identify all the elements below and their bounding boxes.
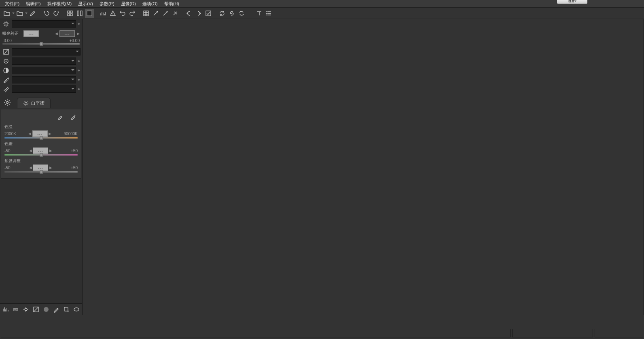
preset-adjust-slider[interactable] xyxy=(4,171,78,173)
brush-button[interactable] xyxy=(28,9,37,18)
slider-thumb[interactable] xyxy=(40,170,42,174)
open-folder-dropdown[interactable] xyxy=(12,11,15,15)
menu-edit[interactable]: 编辑(E) xyxy=(23,0,44,8)
grid-columns-button[interactable] xyxy=(75,9,84,18)
open-folder2-button[interactable] xyxy=(15,9,24,18)
menu-bar: 文件(F) 编辑(E) 操作模式(M) 显示(V) 参数(P) 显像(D) 选项… xyxy=(0,0,644,8)
undo-button[interactable] xyxy=(42,9,51,18)
heal-button[interactable] xyxy=(171,9,180,18)
tint-inc[interactable]: ▶ xyxy=(49,148,52,154)
sharpness-reset[interactable] xyxy=(77,60,80,63)
color-tab-button[interactable] xyxy=(42,305,51,314)
histogram-button[interactable] xyxy=(99,9,108,18)
target-icon xyxy=(2,57,11,66)
contrast-select[interactable] xyxy=(12,67,76,74)
tab-white-balance[interactable]: 白平衡 xyxy=(17,98,51,108)
sharpness-select[interactable] xyxy=(12,58,76,65)
open-folder2-dropdown[interactable] xyxy=(25,11,28,15)
wand-button[interactable] xyxy=(151,9,160,18)
exposure-value-1[interactable]: --- xyxy=(23,30,39,37)
lens-tab-button[interactable] xyxy=(72,305,80,314)
open-folder-button[interactable] xyxy=(2,9,11,18)
redo-button[interactable] xyxy=(52,9,61,18)
tone-select[interactable] xyxy=(12,48,80,55)
temperature-slider[interactable] xyxy=(4,137,78,139)
slider-thumb[interactable] xyxy=(40,136,42,140)
text-tool-button[interactable] xyxy=(255,9,264,18)
menu-help[interactable]: 帮助(H) xyxy=(161,0,182,8)
menu-file[interactable]: 文件(F) xyxy=(2,0,23,8)
crop-tab-button[interactable] xyxy=(62,305,70,314)
wb-auto-button[interactable] xyxy=(69,113,78,122)
sync-button[interactable] xyxy=(237,9,246,18)
temperature-label: 色温 xyxy=(4,124,78,130)
tone-tab-button[interactable] xyxy=(32,305,40,314)
grid-overlay-button[interactable] xyxy=(142,9,150,18)
contrast-icon xyxy=(2,66,11,75)
edit-tab-button[interactable] xyxy=(52,305,60,314)
wb-pick-button[interactable] xyxy=(56,113,65,122)
svg-point-26 xyxy=(74,308,79,311)
menu-image[interactable]: 显像(D) xyxy=(118,0,139,8)
svg-rect-4 xyxy=(77,11,79,16)
menu-mode[interactable]: 操作模式(M) xyxy=(44,0,75,8)
picker-row xyxy=(0,75,82,84)
rotate-right-button[interactable] xyxy=(128,9,137,18)
next-button[interactable] xyxy=(194,9,203,18)
tab-title: 白平衡 xyxy=(31,100,44,106)
svg-point-12 xyxy=(266,13,267,14)
tint-dec[interactable]: ◀ xyxy=(29,148,32,154)
picker-select[interactable] xyxy=(12,76,76,83)
svg-point-17 xyxy=(6,60,7,62)
light-tab-button[interactable] xyxy=(22,305,30,314)
main-area: 曝光补正 --- ◀ --- ▶ -3.00 +3.00 xyxy=(0,19,644,315)
temperature-inc[interactable]: ▶ xyxy=(49,131,52,136)
svg-point-19 xyxy=(6,101,8,103)
svg-rect-2 xyxy=(68,14,70,16)
svg-point-7 xyxy=(112,15,113,15)
brush-select[interactable] xyxy=(12,85,76,93)
wand2-button[interactable] xyxy=(161,9,170,18)
panel-settings-icon[interactable] xyxy=(3,98,11,107)
svg-point-13 xyxy=(266,15,267,15)
preset-reset-1[interactable] xyxy=(77,22,80,26)
rotate-left-button[interactable] xyxy=(118,9,127,18)
preset-select-1[interactable] xyxy=(12,20,76,28)
slider-thumb[interactable] xyxy=(40,42,42,46)
preset-adjust-inc[interactable]: ▶ xyxy=(49,165,52,171)
link-button[interactable] xyxy=(227,9,236,18)
exposure-control: 曝光补正 --- ◀ --- ▶ -3.00 +3.00 xyxy=(0,28,82,45)
exposure-slider[interactable] xyxy=(2,43,80,45)
temperature-dec[interactable]: ◀ xyxy=(28,131,32,136)
svg-point-9 xyxy=(167,11,168,12)
brush-reset[interactable] xyxy=(77,87,80,91)
exposure-inc[interactable]: ▶ xyxy=(76,31,80,36)
histogram-tab-button[interactable] xyxy=(2,305,10,314)
exposure-value-2[interactable]: --- xyxy=(59,30,75,37)
paintbrush-icon xyxy=(2,85,11,94)
brush-row xyxy=(0,84,82,94)
white-balance-panel: 色温 2000K ◀ --- ▶ 90000K 色差 -50 xyxy=(1,109,81,179)
svg-rect-3 xyxy=(70,14,72,16)
menu-option[interactable]: 选项(O) xyxy=(139,0,161,8)
picker-reset[interactable] xyxy=(77,78,80,81)
tint-slider[interactable] xyxy=(4,154,78,156)
menu-view[interactable]: 显示(V) xyxy=(75,0,96,8)
contrast-reset[interactable] xyxy=(77,69,80,72)
grid-small-button[interactable] xyxy=(66,9,74,18)
single-view-button[interactable] xyxy=(85,9,94,18)
warning-button[interactable] xyxy=(108,9,117,18)
menu-params[interactable]: 参数(P) xyxy=(96,0,118,8)
refresh-button[interactable] xyxy=(218,9,227,18)
preset-adjust-dec[interactable]: ◀ xyxy=(29,165,32,171)
slider-thumb[interactable] xyxy=(40,153,42,157)
svg-rect-1 xyxy=(70,11,72,13)
svg-text:EXIF: EXIF xyxy=(14,309,19,311)
exposure-min: -3.00 xyxy=(2,38,12,43)
exposure-dec[interactable]: ◀ xyxy=(55,31,58,36)
svg-rect-5 xyxy=(80,11,82,16)
check-button[interactable] xyxy=(204,9,213,18)
list-button[interactable] xyxy=(265,9,273,18)
exif-tab-button[interactable]: EXIF xyxy=(12,305,20,314)
prev-button[interactable] xyxy=(184,9,193,18)
